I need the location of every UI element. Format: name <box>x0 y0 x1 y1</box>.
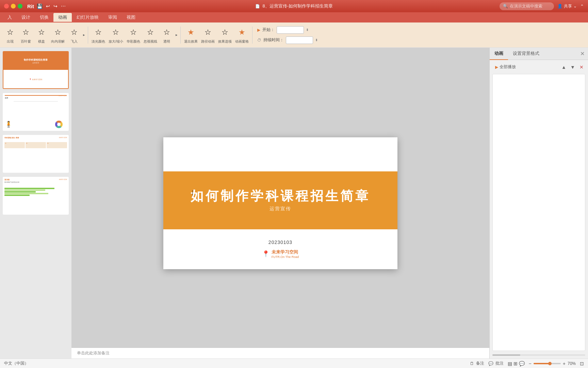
minimize-button[interactable] <box>11 4 16 9</box>
anim-transparent[interactable]: ☆ 透明 <box>159 26 174 45</box>
anim-grid-btn[interactable]: ★ 动画窗格 <box>234 26 250 45</box>
slide-panel: 制作学科课程招生简章 运营宣传 📍 未来学习空间 <box>0 48 71 358</box>
slide-thumb-3[interactable]: 学科课程 招生 简章 未来学习空间 01 02 03 <box>3 135 69 173</box>
effect-options-label: 效果选项 <box>218 39 232 44</box>
presenter-view-icon[interactable]: 💬 <box>519 361 525 366</box>
color-pulse-icon[interactable]: ☆ <box>127 26 140 39</box>
path-icon[interactable]: ☆ <box>202 26 214 39</box>
move-down-button[interactable]: ▼ <box>569 63 576 71</box>
color-pulse-label: 华彩颜色 <box>127 39 140 44</box>
appear-icon[interactable]: ☆ <box>4 26 16 39</box>
anim-grid-label: 动画窗格 <box>235 39 249 44</box>
tab-slideshow[interactable]: 幻灯片放映 <box>72 13 103 22</box>
duration-input[interactable] <box>286 36 313 44</box>
effect-options[interactable]: ☆ 效果选项 <box>217 26 233 45</box>
path-animation[interactable]: ☆ 路径动画 <box>200 26 216 45</box>
zoom-percent: 70% <box>568 361 576 366</box>
thumb1-logo: 📍 未来学习空间 <box>29 78 42 80</box>
person-icon: 👤 <box>557 4 562 9</box>
ignore-icon[interactable]: ☆ <box>144 26 157 39</box>
zoom-plus-btn[interactable]: + <box>563 361 566 366</box>
transparent-icon[interactable]: ☆ <box>161 26 173 39</box>
notes-bar[interactable]: 单击此处添加备注 <box>71 348 489 358</box>
save-icon[interactable]: 💾 <box>37 3 43 9</box>
tab-transition[interactable]: 切换 <box>35 13 53 22</box>
checkerboard-icon[interactable]: ☆ <box>35 26 48 39</box>
light-color-icon[interactable]: ☆ <box>92 26 104 39</box>
slide-orange-band: 如何制作学科课程招生简章 运营宣传 <box>163 171 397 229</box>
exit-effects[interactable]: ★ 退出效果 <box>183 26 199 45</box>
anim-grid-icon[interactable]: ★ <box>236 26 248 39</box>
separator-1 <box>88 27 88 44</box>
window-controls <box>4 4 22 9</box>
anim-light-color[interactable]: ☆ 淡光颜色 <box>90 26 107 45</box>
main-area: 制作学科课程招生简章 运营宣传 📍 未来学习空间 <box>0 48 588 358</box>
clock-icon: ⏱ <box>257 38 261 43</box>
fly-icon[interactable]: ☆ <box>68 26 80 39</box>
undo-icon[interactable]: ↩ <box>46 3 50 9</box>
language-label: 中文（中国） <box>4 361 29 366</box>
notes-icon: 🗒 <box>470 361 474 366</box>
title-bar: Rit 💾 ↩ ↪ ⋯ 📄 8、运营宣传-如何制作学科招生简章 🔍 在演示文稿中… <box>0 0 588 12</box>
comments-btn[interactable]: 💬 批注 <box>488 361 504 366</box>
search-box[interactable]: 🔍 在演示文稿中搜索 <box>500 2 554 10</box>
dissolve-icon[interactable]: ☆ <box>52 26 64 39</box>
notes-btn[interactable]: 🗒 备注 <box>470 361 484 366</box>
duration-label: 持续时间： <box>263 37 284 43</box>
ribbon-menu: 入 设计 切换 动画 幻灯片放映 审阅 视图 <box>0 12 588 22</box>
maximize-button[interactable] <box>18 4 22 9</box>
start-input[interactable] <box>277 26 304 34</box>
more-anims-btn[interactable]: ▸ <box>82 33 86 37</box>
slide-thumb-4[interactable]: 某功能 未来学习空间 显示课程产品的竞品分析 <box>3 177 69 215</box>
anim-color-pulse[interactable]: ☆ 华彩颜色 <box>125 26 142 45</box>
more-ops-icon[interactable]: ⋯ <box>61 3 66 9</box>
tab-view[interactable]: 视图 <box>122 13 140 22</box>
grid-view-icon[interactable]: ⊞ <box>513 361 518 366</box>
scroll-thumb <box>492 354 520 356</box>
tab-review[interactable]: 审阅 <box>103 13 122 22</box>
redo-icon[interactable]: ↪ <box>53 3 58 9</box>
comments-label: 批注 <box>495 361 504 366</box>
rpanel-close-button[interactable]: ✕ <box>577 50 588 57</box>
zoom-minus-btn[interactable]: − <box>529 361 532 366</box>
slide-date: 20230103 <box>268 240 292 245</box>
blinds-icon[interactable]: ☆ <box>20 26 32 39</box>
thumb2-figure: 🧍 <box>5 121 12 128</box>
anim-ignore[interactable]: ☆ 忽视视线 <box>142 26 159 45</box>
slide-thumb-1[interactable]: 制作学科课程招生简章 运营宣传 📍 未来学习空间 <box>3 51 69 89</box>
zoom-slider[interactable] <box>534 363 561 364</box>
slide-canvas[interactable]: 如何制作学科课程招生简章 运营宣传 20230103 📍 未来学习空间 FUTR… <box>163 137 397 269</box>
slide-thumb-2[interactable]: 未来学习空间 选择 🧍 <box>3 93 69 131</box>
tab-design[interactable]: 设计 <box>17 13 35 22</box>
more-effects-btn[interactable]: ▸ <box>175 33 178 37</box>
zoom-control: − + 70% <box>529 361 576 366</box>
rpanel-tab-bg-format[interactable]: 设置背景格式 <box>508 48 544 60</box>
separator-2 <box>180 27 181 44</box>
delete-anim-button[interactable]: ✕ <box>578 63 585 71</box>
anim-blinds[interactable]: ☆ 百叶窗 <box>18 26 33 45</box>
checkerboard-label: 棋盘 <box>38 39 45 44</box>
duration-spinner[interactable]: ⬍ <box>315 38 318 42</box>
start-spinner[interactable]: ⬍ <box>306 28 309 32</box>
move-up-button[interactable]: ▲ <box>560 63 568 71</box>
share-button[interactable]: 👤 共享 ⌄ <box>557 3 577 9</box>
zoom-label: 放大/缩小 <box>109 39 123 44</box>
zoom-icon[interactable]: ☆ <box>110 26 122 39</box>
exit-icon[interactable]: ★ <box>185 26 197 39</box>
rpanel-tab-animation[interactable]: 动画 <box>490 48 508 60</box>
fit-screen-icon[interactable]: ⊡ <box>580 361 584 366</box>
tab-insert[interactable]: 入 <box>3 13 17 22</box>
slide-logo-area: 📍 未来学习空间 FUTR.On The Road <box>262 249 299 259</box>
anim-checkerboard[interactable]: ☆ 棋盘 <box>34 26 49 45</box>
expand-icon[interactable]: ⌃ <box>580 4 584 9</box>
play-all-icon: ▶ <box>495 65 498 70</box>
anim-appear[interactable]: ☆ 出现 <box>3 26 18 45</box>
anim-fly[interactable]: ☆ 飞入 <box>67 26 82 45</box>
anim-zoom[interactable]: ☆ 放大/缩小 <box>107 26 125 45</box>
tab-animation[interactable]: 动画 <box>53 13 72 22</box>
effect-options-icon[interactable]: ☆ <box>219 26 231 39</box>
normal-view-icon[interactable]: ▤ <box>508 361 512 366</box>
play-all-button[interactable]: ▶ 全部播放 <box>492 63 519 71</box>
anim-dissolve[interactable]: ☆ 向内溶解 <box>50 26 66 45</box>
close-button[interactable] <box>4 4 9 9</box>
